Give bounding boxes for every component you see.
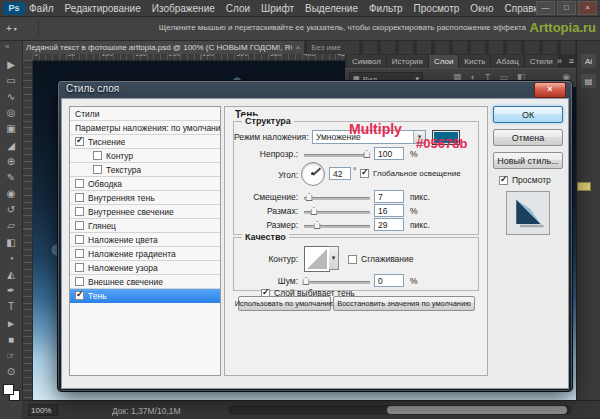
ok-button[interactable]: ОК bbox=[493, 106, 563, 123]
panel-tab[interactable]: Абзац bbox=[491, 55, 524, 68]
horizontal-scrollbar[interactable] bbox=[228, 405, 572, 415]
quick-selection-tool[interactable]: ◎ bbox=[0, 105, 22, 121]
size-slider[interactable] bbox=[304, 221, 370, 230]
zoom-level-field[interactable]: 100% bbox=[28, 404, 58, 416]
opacity-slider[interactable] bbox=[304, 150, 370, 159]
slider-handle[interactable] bbox=[363, 150, 370, 158]
new-style-button[interactable]: Новый стиль... bbox=[493, 152, 563, 169]
type-tool[interactable]: T bbox=[0, 299, 22, 315]
panel-tab[interactable]: Стили bbox=[525, 55, 559, 68]
style-list-item[interactable]: Параметры наложения: по умолчанию bbox=[70, 121, 220, 135]
style-list-item[interactable]: Внутренняя тень bbox=[70, 191, 220, 205]
eyedropper-tool[interactable]: ◢ bbox=[0, 137, 22, 153]
clone-stamp-tool[interactable]: ◉ bbox=[0, 186, 22, 202]
angle-input[interactable]: 42 bbox=[329, 167, 351, 180]
size-input[interactable]: 29 bbox=[374, 218, 404, 231]
document-tab-active[interactable]: Ледяной текст в фотошопе arttopia.psd @ … bbox=[22, 40, 304, 54]
lasso-tool[interactable]: ∿ bbox=[0, 88, 22, 104]
contour-picker-icon[interactable]: ▾ bbox=[329, 246, 339, 270]
use-defaults-button[interactable]: Использовать по умолчанию bbox=[238, 296, 331, 311]
style-checkbox[interactable] bbox=[75, 193, 84, 202]
collapsed-panel-icon-1[interactable]: Ai bbox=[581, 54, 596, 68]
close-button[interactable]: × bbox=[578, 1, 597, 15]
blur-tool[interactable]: ◔ bbox=[0, 250, 22, 266]
tab-close-icon[interactable]: × bbox=[296, 43, 301, 52]
foreground-background-swatches[interactable] bbox=[3, 384, 19, 400]
noise-slider[interactable] bbox=[304, 277, 370, 286]
style-checkbox[interactable] bbox=[93, 165, 102, 174]
path-selection-tool[interactable]: ► bbox=[0, 315, 22, 331]
marquee-tool[interactable]: ▭ bbox=[0, 72, 22, 88]
checkbox-icon[interactable] bbox=[499, 176, 508, 185]
style-checkbox[interactable] bbox=[75, 221, 84, 230]
style-checkbox[interactable] bbox=[75, 235, 84, 244]
menu-item[interactable]: Слои bbox=[226, 3, 250, 14]
healing-brush-tool[interactable]: ⊕ bbox=[0, 153, 22, 169]
style-list-item[interactable]: Внешнее свечение bbox=[70, 275, 220, 289]
menu-item[interactable]: Фильтр bbox=[369, 3, 403, 14]
minimize-button[interactable]: — bbox=[536, 1, 555, 15]
history-brush-tool[interactable]: ↺ bbox=[0, 202, 22, 218]
spread-input[interactable]: 16 bbox=[374, 204, 404, 217]
menu-item[interactable]: Редактирование bbox=[65, 3, 141, 14]
zoom-tool[interactable]: ⊙ bbox=[0, 364, 22, 380]
style-checkbox[interactable] bbox=[75, 137, 84, 146]
angle-dial[interactable] bbox=[301, 162, 325, 186]
slider-handle[interactable] bbox=[302, 277, 309, 285]
move-effect-tool-icon[interactable]: + ▾ bbox=[6, 20, 32, 36]
restore-defaults-button[interactable]: Восстановить значения по умолчанию bbox=[333, 296, 475, 311]
scrollbar-thumb[interactable] bbox=[387, 406, 567, 414]
style-checkbox[interactable] bbox=[75, 263, 84, 272]
gradient-tool[interactable]: ◧ bbox=[0, 234, 22, 250]
panel-tab[interactable]: Символ bbox=[347, 55, 387, 68]
style-list-item[interactable]: Наложение узора bbox=[70, 261, 220, 275]
style-checkbox[interactable] bbox=[93, 151, 102, 160]
eraser-tool[interactable]: ▱ bbox=[0, 218, 22, 234]
style-list-item[interactable]: Тиснение bbox=[70, 135, 220, 149]
spread-slider[interactable] bbox=[304, 207, 370, 216]
menu-item[interactable]: Изображение bbox=[152, 3, 215, 14]
style-list-item[interactable]: Тень bbox=[70, 289, 220, 303]
style-list-item[interactable]: Наложение градиента bbox=[70, 247, 220, 261]
foreground-color-swatch[interactable] bbox=[3, 384, 14, 395]
brush-tool[interactable]: ✎ bbox=[0, 169, 22, 185]
distance-input[interactable]: 7 bbox=[374, 190, 404, 203]
checkbox-icon[interactable] bbox=[348, 255, 357, 264]
global-light-checkbox[interactable]: Глобальное освещение bbox=[360, 169, 461, 178]
shape-tool[interactable]: ■ bbox=[0, 331, 22, 347]
dodge-tool[interactable]: ◭ bbox=[0, 266, 22, 282]
style-checkbox[interactable] bbox=[75, 207, 84, 216]
dialog-close-button[interactable]: × bbox=[534, 82, 566, 98]
style-list-item[interactable]: Обводка bbox=[70, 177, 220, 191]
style-list-item[interactable]: Внутреннее свечение bbox=[70, 205, 220, 219]
move-tool[interactable]: ▶ bbox=[0, 56, 22, 72]
slider-handle[interactable] bbox=[306, 193, 313, 201]
panel-tab[interactable]: Кисть bbox=[459, 55, 491, 68]
distance-slider[interactable] bbox=[304, 193, 370, 202]
style-checkbox[interactable] bbox=[75, 291, 84, 300]
collapsed-panel-icon-2[interactable]: ▤ bbox=[581, 74, 596, 88]
contour-thumbnail[interactable] bbox=[304, 246, 330, 272]
maximize-button[interactable]: □ bbox=[557, 1, 576, 15]
style-checkbox[interactable] bbox=[75, 179, 84, 188]
pen-tool[interactable]: ✒ bbox=[0, 283, 22, 299]
panel-menu-icon[interactable]: ≡ bbox=[569, 56, 574, 66]
style-checkbox[interactable] bbox=[75, 249, 84, 258]
style-list-item[interactable]: Текстура bbox=[70, 163, 220, 177]
cancel-button[interactable]: Отмена bbox=[493, 129, 563, 146]
collapse-tools-icon[interactable]: « bbox=[5, 42, 9, 51]
collapse-panels-icon[interactable]: » bbox=[557, 56, 562, 66]
menu-item[interactable]: Файл bbox=[29, 3, 54, 14]
hand-tool[interactable]: ☞ bbox=[0, 347, 22, 363]
menu-item[interactable]: Выделение bbox=[305, 3, 358, 14]
style-checkbox[interactable] bbox=[75, 277, 84, 286]
noise-input[interactable]: 0 bbox=[374, 274, 404, 287]
slider-handle[interactable] bbox=[310, 207, 317, 215]
menu-item[interactable]: Просмотр bbox=[414, 3, 460, 14]
style-list-item[interactable]: Стили bbox=[70, 107, 220, 121]
style-list-item[interactable]: Наложение цвета bbox=[70, 233, 220, 247]
opacity-input[interactable]: 100 bbox=[374, 147, 404, 160]
crop-tool[interactable]: ▣ bbox=[0, 121, 22, 137]
style-list-item[interactable]: Контур bbox=[70, 149, 220, 163]
menu-item[interactable]: Окно bbox=[470, 3, 493, 14]
